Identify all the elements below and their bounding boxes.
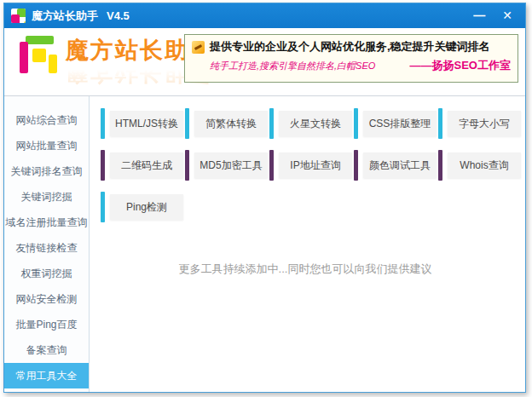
tool-accent-bar (269, 108, 274, 139)
sidebar-nav: 网站综合查询 网站批量查询 关键词排名查询 关键词挖掘 域名注册批量查询 友情链… (4, 96, 90, 392)
tool-button[interactable]: 颜色调试工具 (354, 150, 437, 181)
tool-accent-bar (185, 150, 189, 181)
spark-icon (192, 41, 205, 54)
tool-accent-bar (269, 150, 274, 181)
sidebar-item[interactable]: 友情链接检查 (4, 235, 89, 261)
cube-logo-icon (20, 36, 57, 73)
banner-subline-row: 纯手工打造,搜索引擎自然排名,白帽SEO ——扬扬SEO工作室 (192, 58, 511, 73)
tool-label: Whois查询 (448, 152, 521, 178)
tool-button[interactable]: 二维码生成 (101, 150, 183, 181)
sidebar-item-label: 网站综合查询 (16, 114, 78, 126)
sidebar-item-label: 常用工具大全 (16, 370, 78, 382)
window-title: 魔方站长助手 (32, 9, 98, 24)
sidebar-item[interactable]: 常用工具大全 (4, 363, 89, 388)
sidebar-item-label: 网站安全检测 (16, 293, 78, 305)
sidebar-item-label: 网站批量查询 (16, 140, 78, 152)
tool-label: 简繁体转换 (194, 111, 268, 136)
tool-button[interactable]: HTML/JS转换 (101, 108, 183, 139)
tool-label: CSS排版整理 (363, 111, 437, 136)
banner-headline-row: 提供专业的企业及个人网站优化服务,稳定提升关键词排名 (192, 39, 511, 55)
main-panel: HTML/JS转换 简繁体转换 火星文转换 CSS排版整理 字母大小写 (90, 96, 527, 392)
tool-accent-bar (101, 150, 105, 181)
tool-button[interactable]: 字母大小写 (438, 108, 521, 139)
sidebar-item-label: 关键词挖掘 (21, 191, 72, 203)
sidebar-item-label: 关键词排名查询 (11, 165, 83, 177)
tool-button[interactable]: IP地址查询 (269, 150, 352, 181)
sidebar-item[interactable]: 关键词挖掘 (4, 184, 89, 210)
tool-accent-bar (101, 192, 105, 222)
promo-banner[interactable]: 提供专业的企业及个人网站优化服务,稳定提升关键词排名 纯手工打造,搜索引擎自然排… (184, 34, 518, 83)
tool-label: 颜色调试工具 (363, 152, 437, 178)
tool-accent-bar (354, 108, 358, 139)
tool-label: Ping检测 (110, 194, 183, 220)
close-button[interactable]: ✕ (496, 3, 518, 28)
sidebar-item-label: 权重词挖掘 (21, 268, 72, 279)
minimize-button[interactable]: — (467, 3, 491, 28)
tool-label: 火星文转换 (279, 111, 352, 136)
header: 魔方站长助手 魔方站长助手 提供专业的企业及个人网站优化服务,稳定提升关键词排名… (4, 28, 525, 96)
tool-button[interactable]: Whois查询 (438, 150, 521, 181)
sidebar-item[interactable]: 批量Ping百度 (4, 312, 89, 337)
sidebar-item[interactable]: 网站综合查询 (4, 107, 89, 133)
tool-label: HTML/JS转换 (110, 111, 183, 136)
tool-accent-bar (185, 108, 189, 139)
window-version: V4.5 (107, 9, 130, 22)
tool-label: 二维码生成 (110, 152, 183, 178)
sidebar-item[interactable]: 备案查询 (4, 337, 89, 363)
tool-accent-bar (438, 108, 442, 139)
banner-signature: ——扬扬SEO工作室 (410, 58, 511, 73)
content-area: 网站综合查询 网站批量查询 关键词排名查询 关键词挖掘 域名注册批量查询 友情链… (4, 96, 525, 392)
tool-accent-bar (438, 150, 442, 181)
tool-button[interactable]: 简繁体转换 (185, 108, 268, 139)
sidebar-item[interactable]: 权重词挖掘 (4, 261, 89, 286)
sidebar-item-label: 域名注册批量查询 (6, 216, 88, 228)
sidebar-item[interactable]: 网站安全检测 (4, 286, 89, 312)
sidebar-item[interactable]: 关键词排名查询 (4, 158, 89, 184)
sidebar-item[interactable]: 域名注册批量查询 (4, 210, 89, 235)
tool-label: IP地址查询 (279, 152, 352, 178)
tool-label: MD5加密工具 (194, 152, 268, 178)
sidebar-item-label: 友情链接检查 (16, 242, 78, 254)
tool-accent-bar (354, 150, 358, 181)
app-logo-icon (11, 9, 26, 23)
tool-button[interactable]: 火星文转换 (269, 108, 352, 139)
tool-button[interactable]: CSS排版整理 (354, 108, 437, 139)
tool-label: 字母大小写 (448, 111, 521, 136)
tools-grid: HTML/JS转换 简繁体转换 火星文转换 CSS排版整理 字母大小写 (101, 108, 527, 222)
app-window: 魔方站长助手 V4.5 — ✕ 魔方站长助手 魔方站长助手 提供专业的企业及个人… (3, 3, 526, 393)
sidebar-item[interactable]: 网站批量查询 (4, 133, 89, 158)
sidebar-item-label: 批量Ping百度 (15, 319, 77, 331)
tool-button[interactable]: MD5加密工具 (185, 150, 268, 181)
banner-headline: 提供专业的企业及个人网站优化服务,稳定提升关键词排名 (210, 39, 490, 55)
banner-tagline: 纯手工打造,搜索引擎自然排名,白帽SEO (210, 60, 375, 72)
tool-accent-bar (101, 108, 105, 139)
tool-button[interactable]: Ping检测 (101, 192, 183, 222)
sidebar-item-label: 备案查询 (26, 344, 67, 356)
notice-text: 更多工具持续添加中...同时您也可以向我们提供建议 (101, 262, 510, 277)
titlebar[interactable]: 魔方站长助手 V4.5 — ✕ (4, 3, 525, 28)
